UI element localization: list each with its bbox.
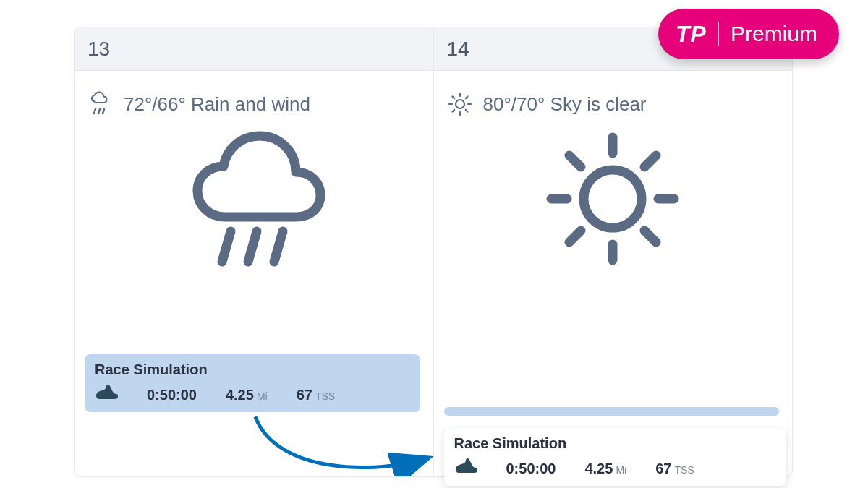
- brand-logo: TP: [676, 21, 706, 48]
- svg-line-23: [644, 155, 656, 167]
- weather-large-icon-14: [447, 123, 780, 275]
- svg-line-1: [98, 109, 100, 114]
- calendar-body: 72°/66° Rain and wind Race Simulation: [75, 71, 792, 476]
- svg-line-21: [644, 231, 656, 242]
- svg-line-5: [274, 231, 283, 262]
- svg-line-12: [465, 110, 467, 112]
- rain-icon: [88, 91, 114, 117]
- svg-point-6: [456, 100, 464, 108]
- svg-line-4: [248, 231, 257, 262]
- svg-line-22: [569, 231, 581, 242]
- svg-line-11: [452, 97, 454, 99]
- run-icon: [454, 458, 477, 474]
- workout-card-dest[interactable]: Race Simulation 0:50:00 4.25Mi 67TSS: [444, 428, 787, 486]
- workout-card-source[interactable]: Race Simulation 0:50:00 4.25Mi 67TSS: [85, 354, 420, 412]
- weather-summary-13: 72°/66° Rain and wind: [88, 91, 420, 117]
- day-header-13[interactable]: 13: [75, 27, 433, 70]
- svg-point-15: [584, 170, 642, 228]
- day-column-13[interactable]: 72°/66° Rain and wind Race Simulation: [75, 71, 433, 476]
- workout-title: Race Simulation: [454, 435, 777, 452]
- svg-line-2: [103, 109, 104, 114]
- workout-duration: 0:50:00: [147, 387, 197, 403]
- svg-line-20: [569, 155, 581, 167]
- weather-text: 80°/70° Sky is clear: [483, 93, 647, 116]
- drop-target-bar[interactable]: [444, 407, 780, 416]
- workout-distance: 4.25Mi: [226, 387, 268, 403]
- sun-large-icon: [533, 123, 692, 275]
- weather-text: 72°/66° Rain and wind: [124, 93, 310, 116]
- workout-stats: 0:50:00 4.25Mi 67TSS: [454, 458, 777, 477]
- run-icon: [95, 384, 118, 400]
- badge-label: Premium: [731, 22, 817, 46]
- workout-tss: 67TSS: [655, 461, 694, 477]
- premium-badge[interactable]: TP Premium: [658, 9, 839, 59]
- svg-line-13: [452, 110, 454, 112]
- workout-title: Race Simulation: [95, 361, 410, 378]
- workout-stats: 0:50:00 4.25Mi 67TSS: [95, 384, 410, 403]
- svg-line-3: [222, 231, 231, 262]
- weather-summary-14: 80°/70° Sky is clear: [447, 91, 780, 117]
- day-column-14[interactable]: 80°/70° Sky is clear: [433, 71, 793, 476]
- svg-line-14: [465, 97, 467, 99]
- badge-separator: [718, 22, 719, 46]
- weather-large-icon-13: [88, 123, 420, 275]
- calendar-panel: 13 14 72°/66° Rain and wind: [74, 27, 793, 477]
- workout-duration: 0:50:00: [506, 461, 556, 477]
- sun-icon: [447, 91, 473, 117]
- rain-cloud-icon: [174, 123, 333, 275]
- workout-distance: 4.25Mi: [584, 461, 626, 477]
- svg-line-0: [94, 109, 95, 114]
- workout-tss: 67TSS: [297, 387, 335, 403]
